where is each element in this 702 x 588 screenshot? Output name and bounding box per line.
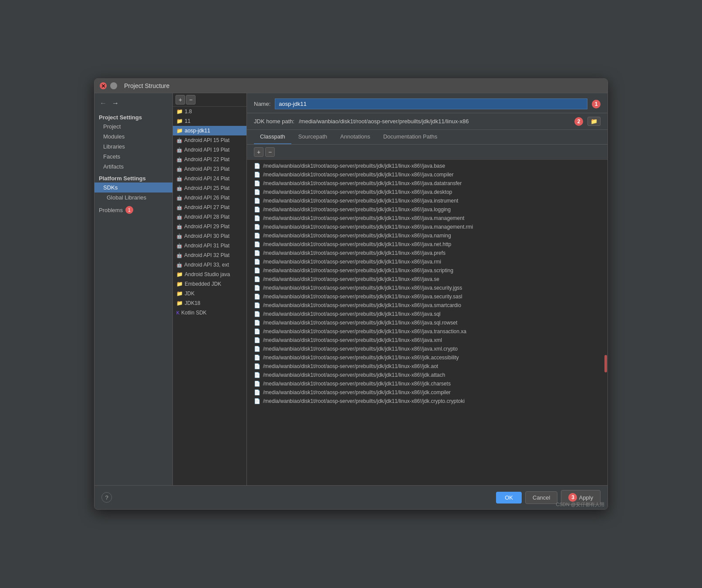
sdk-item-label: Android API 33, ext bbox=[184, 262, 229, 268]
sdk-list-item[interactable]: 📁Android Studio java bbox=[173, 270, 246, 279]
sidebar-item-sdks[interactable]: SDKs bbox=[94, 182, 172, 193]
classpath-item[interactable]: 📄/media/wanbiao/disk1t/root/aosp-server/… bbox=[247, 170, 604, 179]
cp-item-path: /media/wanbiao/disk1t/root/aosp-server/p… bbox=[263, 224, 473, 230]
sidebar-item-modules[interactable]: Modules bbox=[94, 132, 172, 142]
sidebar-item-libraries[interactable]: Libraries bbox=[94, 142, 172, 152]
sidebar-item-project[interactable]: Project bbox=[94, 122, 172, 132]
sdk-list-item[interactable]: KKotlin SDK bbox=[173, 308, 246, 318]
minimize-button[interactable] bbox=[110, 82, 117, 89]
sdk-list-item[interactable]: 🤖Android API 31 Plat bbox=[173, 241, 246, 250]
sdk-item-label: Kotlin SDK bbox=[181, 310, 206, 316]
classpath-item[interactable]: 📄/media/wanbiao/disk1t/root/aosp-server/… bbox=[247, 240, 604, 249]
sdk-list-item[interactable]: 🤖Android API 28 Plat bbox=[173, 212, 246, 222]
classpath-item[interactable]: 📄/media/wanbiao/disk1t/root/aosp-server/… bbox=[247, 188, 604, 196]
classpath-item[interactable]: 📄/media/wanbiao/disk1t/root/aosp-server/… bbox=[247, 371, 604, 379]
sdk-list-item[interactable]: 🤖Android API 23 Plat bbox=[173, 164, 246, 174]
classpath-item[interactable]: 📄/media/wanbiao/disk1t/root/aosp-server/… bbox=[247, 310, 604, 318]
sdk-items-list: 📁1.8📁11📁aosp-jdk11🤖Android API 15 Plat🤖A… bbox=[173, 107, 246, 318]
cp-folder-icon: 📄 bbox=[254, 267, 260, 274]
classpath-item[interactable]: 📄/media/wanbiao/disk1t/root/aosp-server/… bbox=[247, 318, 604, 327]
classpath-item[interactable]: 📄/media/wanbiao/disk1t/root/aosp-server/… bbox=[247, 345, 604, 353]
tab-annotations[interactable]: Annotations bbox=[334, 130, 376, 144]
classpath-item[interactable]: 📄/media/wanbiao/disk1t/root/aosp-server/… bbox=[247, 205, 604, 214]
classpath-item[interactable]: 📄/media/wanbiao/disk1t/root/aosp-server/… bbox=[247, 301, 604, 310]
classpath-item[interactable]: 📄/media/wanbiao/disk1t/root/aosp-server/… bbox=[247, 249, 604, 257]
classpath-item[interactable]: 📄/media/wanbiao/disk1t/root/aosp-server/… bbox=[247, 162, 604, 170]
sidebar-item-artifacts[interactable]: Artifacts bbox=[94, 162, 172, 172]
ok-button[interactable]: OK bbox=[496, 492, 522, 504]
classpath-item[interactable]: 📄/media/wanbiao/disk1t/root/aosp-server/… bbox=[247, 327, 604, 336]
nav-back-row: ← → bbox=[94, 97, 172, 110]
tab-classpath[interactable]: Classpath bbox=[254, 130, 291, 144]
classpath-item[interactable]: 📄/media/wanbiao/disk1t/root/aosp-server/… bbox=[247, 353, 604, 362]
jdk-browse-button[interactable]: 📁 bbox=[587, 117, 601, 126]
tab-documentation-paths[interactable]: Documentation Paths bbox=[377, 130, 443, 144]
cancel-button[interactable]: Cancel bbox=[525, 491, 557, 504]
cp-item-path: /media/wanbiao/disk1t/root/aosp-server/p… bbox=[263, 372, 445, 378]
cp-folder-icon: 📄 bbox=[254, 198, 260, 204]
cp-folder-icon: 📄 bbox=[254, 320, 260, 326]
sdk-list-item[interactable]: 🤖Android API 24 Plat bbox=[173, 174, 246, 183]
sidebar-item-problems[interactable]: Problems 1 bbox=[94, 203, 172, 216]
sdk-list-item[interactable]: 🤖Android API 26 Plat bbox=[173, 193, 246, 203]
add-classpath-button[interactable]: + bbox=[254, 147, 263, 157]
sdk-list-item[interactable]: 📁11 bbox=[173, 116, 246, 126]
classpath-item[interactable]: 📄/media/wanbiao/disk1t/root/aosp-server/… bbox=[247, 292, 604, 301]
classpath-item[interactable]: 📄/media/wanbiao/disk1t/root/aosp-server/… bbox=[247, 379, 604, 388]
cp-item-path: /media/wanbiao/disk1t/root/aosp-server/p… bbox=[263, 337, 442, 343]
classpath-item[interactable]: 📄/media/wanbiao/disk1t/root/aosp-server/… bbox=[247, 179, 604, 188]
classpath-list[interactable]: 📄/media/wanbiao/disk1t/root/aosp-server/… bbox=[247, 160, 604, 485]
sdk-list-item[interactable]: 📁JDK18 bbox=[173, 298, 246, 308]
forward-arrow[interactable]: → bbox=[110, 98, 121, 108]
classpath-item[interactable]: 📄/media/wanbiao/disk1t/root/aosp-server/… bbox=[247, 196, 604, 205]
sdk-list-item[interactable]: 🤖Android API 27 Plat bbox=[173, 203, 246, 212]
scrollbar-track[interactable] bbox=[604, 160, 608, 485]
classpath-item[interactable]: 📄/media/wanbiao/disk1t/root/aosp-server/… bbox=[247, 231, 604, 240]
classpath-item[interactable]: 📄/media/wanbiao/disk1t/root/aosp-server/… bbox=[247, 223, 604, 231]
android-icon: 🤖 bbox=[176, 157, 182, 162]
sdk-list-item[interactable]: 🤖Android API 15 Plat bbox=[173, 135, 246, 145]
sdk-list-item[interactable]: 🤖Android API 30 Plat bbox=[173, 231, 246, 241]
name-badge: 1 bbox=[592, 100, 601, 108]
back-arrow[interactable]: ← bbox=[98, 98, 108, 108]
sdk-list-item[interactable]: 📁Embedded JDK bbox=[173, 279, 246, 289]
classpath-item[interactable]: 📄/media/wanbiao/disk1t/root/aosp-server/… bbox=[247, 388, 604, 397]
close-button[interactable]: ✕ bbox=[100, 82, 107, 89]
cp-folder-icon: 📄 bbox=[254, 337, 260, 343]
apply-badge: 3 bbox=[568, 493, 577, 502]
sdk-list-item[interactable]: 📁JDK bbox=[173, 289, 246, 298]
cp-item-path: /media/wanbiao/disk1t/root/aosp-server/p… bbox=[263, 311, 441, 317]
tab-sourcepath[interactable]: Sourcepath bbox=[292, 130, 334, 144]
sdk-list-item[interactable]: 📁aosp-jdk11 bbox=[173, 126, 246, 135]
classpath-item[interactable]: 📄/media/wanbiao/disk1t/root/aosp-server/… bbox=[247, 214, 604, 223]
sdk-item-label: 11 bbox=[185, 118, 190, 124]
sdk-list-item[interactable]: 🤖Android API 19 Plat bbox=[173, 145, 246, 155]
sdk-item-label: Android API 30 Plat bbox=[184, 233, 230, 239]
sdk-list-item[interactable]: 🤖Android API 29 Plat bbox=[173, 222, 246, 231]
classpath-item[interactable]: 📄/media/wanbiao/disk1t/root/aosp-server/… bbox=[247, 336, 604, 345]
remove-sdk-button[interactable]: − bbox=[186, 95, 196, 105]
remove-classpath-button[interactable]: − bbox=[265, 147, 275, 157]
sdk-list-item[interactable]: 🤖Android API 22 Plat bbox=[173, 155, 246, 164]
classpath-item[interactable]: 📄/media/wanbiao/disk1t/root/aosp-server/… bbox=[247, 362, 604, 371]
sdk-list-item[interactable]: 🤖Android API 32 Plat bbox=[173, 250, 246, 260]
cp-item-path: /media/wanbiao/disk1t/root/aosp-server/p… bbox=[263, 172, 454, 178]
sidebar-item-facets[interactable]: Facets bbox=[94, 152, 172, 162]
name-input[interactable] bbox=[275, 98, 587, 109]
classpath-item[interactable]: 📄/media/wanbiao/disk1t/root/aosp-server/… bbox=[247, 257, 604, 266]
help-button[interactable]: ? bbox=[101, 492, 112, 503]
sidebar-item-global-libraries[interactable]: Global Libraries bbox=[94, 193, 172, 203]
sdk-list-item[interactable]: 📁1.8 bbox=[173, 107, 246, 116]
classpath-item[interactable]: 📄/media/wanbiao/disk1t/root/aosp-server/… bbox=[247, 284, 604, 292]
sdk-list-item[interactable]: 🤖Android API 33, ext bbox=[173, 260, 246, 270]
folder-icon: 📁 bbox=[176, 271, 183, 277]
add-sdk-button[interactable]: + bbox=[176, 95, 185, 105]
cp-folder-icon: 📄 bbox=[254, 163, 260, 169]
classpath-item[interactable]: 📄/media/wanbiao/disk1t/root/aosp-server/… bbox=[247, 275, 604, 284]
android-icon: 🤖 bbox=[176, 166, 182, 172]
scrollbar-thumb[interactable] bbox=[604, 355, 607, 372]
classpath-item[interactable]: 📄/media/wanbiao/disk1t/root/aosp-server/… bbox=[247, 397, 604, 406]
folder-icon: 📁 bbox=[176, 118, 183, 124]
sdk-list-item[interactable]: 🤖Android API 25 Plat bbox=[173, 183, 246, 193]
classpath-item[interactable]: 📄/media/wanbiao/disk1t/root/aosp-server/… bbox=[247, 266, 604, 275]
